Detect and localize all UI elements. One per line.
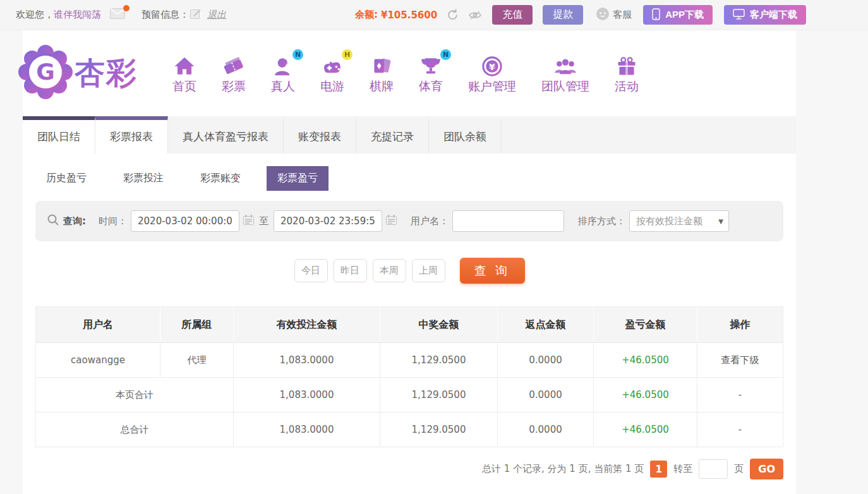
calendar-icon[interactable] <box>386 215 397 227</box>
go-button[interactable]: GO <box>750 459 783 479</box>
view-subordinates-link[interactable]: 查看下级 <box>721 354 759 366</box>
cell-username: caowangge <box>36 343 160 378</box>
cell-group: 代理 <box>160 343 234 378</box>
tab-lottery-report[interactable]: 彩票报表 <box>95 116 168 154</box>
topbar-left: 欢迎您， 谁伴我闯荡 预留信息： 退出 <box>16 8 226 21</box>
report-content: 历史盈亏 彩票投注 彩票账变 彩票盈亏 查询: 时间： 至 用户名： 排序方式： <box>23 154 796 494</box>
nav-item-promotions[interactable]: 活动 <box>615 52 639 95</box>
table-row: caowangge 代理 1,083.0000 1,129.0500 0.000… <box>36 343 783 378</box>
page-total-row: 本页合计 1,083.0000 1,129.0500 0.0000 +46.05… <box>36 378 783 413</box>
this-week-button[interactable]: 本周 <box>373 259 406 282</box>
customer-service-button[interactable]: 客服 <box>596 7 632 23</box>
refresh-balance-icon[interactable] <box>446 8 459 21</box>
col-actions: 操作 <box>697 307 783 343</box>
subtab-lottery-bets[interactable]: 彩票投注 <box>112 166 174 191</box>
badge-n: N <box>292 49 303 60</box>
time-from-input[interactable] <box>131 210 239 232</box>
to-label: 至 <box>259 215 268 227</box>
subtab-lottery-account-change[interactable]: 彩票账变 <box>190 166 251 191</box>
badge-n: N <box>440 49 451 60</box>
username-input[interactable] <box>452 210 564 232</box>
messages-button[interactable] <box>110 8 125 21</box>
nav-item-team[interactable]: 团队管理 <box>541 52 589 95</box>
query-label: 查询: <box>63 215 86 227</box>
phone-icon <box>652 8 660 22</box>
withdraw-button[interactable]: 提款 <box>543 5 583 25</box>
svg-text:¥: ¥ <box>489 62 495 72</box>
col-valid-bet: 有效投注金额 <box>234 307 380 343</box>
tab-live-sports-report[interactable]: 真人体育盈亏报表 <box>168 116 284 154</box>
col-rebate: 返点金额 <box>498 307 594 343</box>
page-container: G 杏彩 首页 彩票 <box>23 30 796 494</box>
tab-account-change-report[interactable]: 账变报表 <box>284 116 356 154</box>
search-filter-bar: 查询: 时间： 至 用户名： 排序方式： 按有效投注金额 ▼ <box>35 201 783 241</box>
tab-team-daily[interactable]: 团队日结 <box>23 116 95 154</box>
col-win-amount: 中奖金额 <box>380 307 498 343</box>
goto-page-input[interactable] <box>699 459 728 479</box>
app-download-label: APP下载 <box>665 9 704 21</box>
time-to-input[interactable] <box>274 210 382 232</box>
tab-deposit-withdraw-records[interactable]: 充提记录 <box>356 116 429 154</box>
app-download-button[interactable]: APP下载 <box>643 5 713 25</box>
sort-selected-value: 按有效投注金额 <box>636 215 702 227</box>
client-download-button[interactable]: 客户端下载 <box>724 5 806 25</box>
nav-item-cards[interactable]: 棋牌 <box>370 52 394 95</box>
yesterday-button[interactable]: 昨日 <box>334 259 367 282</box>
monitor-icon <box>733 9 745 21</box>
subtabs: 历史盈亏 彩票投注 彩票账变 彩票盈亏 <box>35 154 783 191</box>
recharge-button[interactable]: 充值 <box>492 5 533 25</box>
cell-valid-bet: 1,083.0000 <box>234 343 380 378</box>
cell-win-amount: 1,129.0500 <box>380 343 498 378</box>
edit-icon[interactable] <box>190 8 201 21</box>
cell-profit-loss: +46.0500 <box>594 343 697 378</box>
hide-balance-eye-icon[interactable] <box>468 10 482 20</box>
svg-text:G: G <box>36 59 55 85</box>
col-group: 所属组 <box>160 307 234 343</box>
nav-item-account[interactable]: ¥ 账户管理 <box>468 52 516 95</box>
username-link[interactable]: 谁伴我闯荡 <box>54 9 101 21</box>
page-total-label: 本页合计 <box>36 378 234 413</box>
subtab-history-pl[interactable]: 历史盈亏 <box>35 166 97 191</box>
today-button[interactable]: 今日 <box>294 259 328 282</box>
nav-item-egames[interactable]: H 电游 <box>320 52 344 95</box>
nav-item-lottery[interactable]: 彩票 <box>222 52 246 95</box>
client-download-label: 客户端下载 <box>750 9 797 21</box>
live-dealer-icon: N <box>272 52 294 77</box>
logout-link[interactable]: 退出 <box>207 9 226 21</box>
badge-h: H <box>342 49 353 60</box>
table-header-row: 用户名 所属组 有效投注金额 中奖金额 返点金额 盈亏金额 操作 <box>36 307 783 343</box>
nav-item-sports[interactable]: N 体育 <box>419 52 443 95</box>
home-icon <box>173 52 196 77</box>
query-button[interactable]: 查 询 <box>460 258 525 284</box>
topbar-right: 余额: ¥105.5600 充值 提款 客服 APP下载 <box>355 5 806 25</box>
main-nav: 首页 彩票 N 真人 <box>172 52 639 95</box>
team-group-icon <box>554 52 577 77</box>
pagination-summary: 总计 1 个记录, 分为 1 页, 当前第 1 页 <box>482 463 644 475</box>
topbar: 欢迎您， 谁伴我闯荡 预留信息： 退出 余额: ¥105.5600 充值 提款 <box>0 0 868 30</box>
sort-select[interactable]: 按有效投注金额 ▼ <box>629 210 729 232</box>
tab-team-balance[interactable]: 团队余额 <box>429 116 502 154</box>
report-table: 用户名 所属组 有效投注金额 中奖金额 返点金额 盈亏金额 操作 caowang… <box>35 306 783 447</box>
nav-item-home[interactable]: 首页 <box>172 52 196 95</box>
search-icon <box>47 214 59 229</box>
site-header: G 杏彩 首页 彩票 <box>23 30 796 116</box>
nav-item-live[interactable]: N 真人 <box>271 52 295 95</box>
quick-range-row: 今日 昨日 本周 上周 查 询 <box>35 258 783 284</box>
trophy-icon: N <box>419 52 442 77</box>
balance-label: 余额: <box>355 9 378 21</box>
calendar-icon[interactable] <box>243 215 254 227</box>
notification-dot <box>123 5 130 11</box>
goto-label: 转至 <box>673 463 692 475</box>
pagination: 总计 1 个记录, 分为 1 页, 当前第 1 页 1 转至 页 GO <box>35 459 783 479</box>
subtab-lottery-pl[interactable]: 彩票盈亏 <box>267 166 329 191</box>
last-week-button[interactable]: 上周 <box>412 259 445 282</box>
logo-text: 杏彩 <box>75 53 138 93</box>
current-page-badge[interactable]: 1 <box>650 461 667 478</box>
yen-coin-icon: ¥ <box>481 52 503 77</box>
gift-icon <box>615 52 638 77</box>
cell-rebate: 0.0000 <box>498 343 594 378</box>
grand-total-row: 总合计 1,083.0000 1,129.0500 0.0000 +46.050… <box>36 413 783 447</box>
site-logo[interactable]: G 杏彩 <box>16 43 138 104</box>
customer-service-label: 客服 <box>613 9 632 21</box>
gamepad-icon: H <box>321 52 344 77</box>
